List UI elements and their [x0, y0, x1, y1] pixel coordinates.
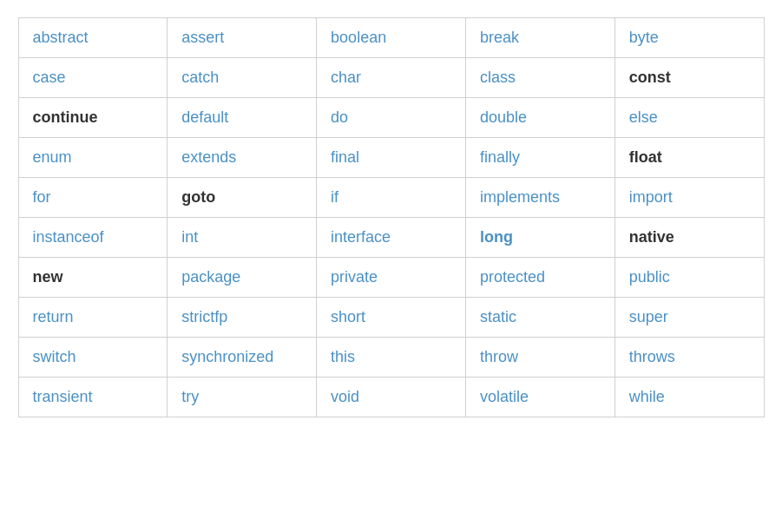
table-cell: throw: [465, 338, 614, 378]
table-cell: try: [168, 378, 317, 417]
table-cell: final: [317, 138, 466, 178]
table-cell: interface: [317, 218, 466, 258]
table-cell: goto: [168, 178, 317, 218]
table-cell: default: [168, 98, 317, 138]
table-cell: void: [317, 378, 466, 417]
table-cell: case: [18, 58, 168, 98]
table-cell: char: [317, 58, 466, 98]
table-cell: catch: [168, 58, 317, 98]
table-cell: return: [18, 298, 168, 338]
table-cell: float: [614, 138, 764, 178]
table-cell: continue: [18, 98, 168, 138]
java-keywords-table: abstractassertbooleanbreakbytecasecatchc…: [18, 17, 765, 417]
table-cell: boolean: [317, 18, 466, 58]
keywords-table-container: abstractassertbooleanbreakbytecasecatchc…: [18, 17, 765, 417]
table-row: switchsynchronizedthisthrowthrows: [18, 338, 764, 378]
table-cell: switch: [18, 338, 168, 378]
table-cell: protected: [465, 258, 614, 298]
table-cell: volatile: [465, 378, 614, 417]
table-cell: while: [614, 378, 764, 417]
table-cell: break: [465, 18, 614, 58]
table-cell: throws: [614, 338, 764, 378]
table-cell: const: [614, 58, 764, 98]
table-row: returnstrictfpshortstaticsuper: [18, 298, 764, 338]
table-cell: byte: [614, 18, 764, 58]
table-cell: int: [168, 218, 317, 258]
table-cell: static: [465, 298, 614, 338]
table-cell: this: [317, 338, 466, 378]
table-cell: short: [317, 298, 466, 338]
table-cell: public: [614, 258, 764, 298]
table-cell: if: [317, 178, 466, 218]
table-cell: package: [168, 258, 317, 298]
table-row: casecatchcharclassconst: [18, 58, 764, 98]
table-row: abstractassertbooleanbreakbyte: [18, 18, 764, 58]
table-cell: do: [317, 98, 466, 138]
table-cell: double: [465, 98, 614, 138]
table-row: instanceofintinterfacelongnative: [18, 218, 764, 258]
table-row: enumextendsfinalfinallyfloat: [18, 138, 764, 178]
table-cell: native: [614, 218, 764, 258]
table-cell: abstract: [18, 18, 168, 58]
table-row: forgotoifimplementsimport: [18, 178, 764, 218]
table-cell: extends: [168, 138, 317, 178]
table-cell: super: [614, 298, 764, 338]
table-row: continuedefaultdodoubleelse: [18, 98, 764, 138]
table-cell: instanceof: [18, 218, 168, 258]
table-cell: strictfp: [168, 298, 317, 338]
table-cell: enum: [18, 138, 168, 178]
table-cell: finally: [465, 138, 614, 178]
table-cell: for: [18, 178, 168, 218]
table-cell: transient: [18, 378, 168, 417]
table-row: transienttryvoidvolatilewhile: [18, 378, 764, 417]
table-cell: else: [614, 98, 764, 138]
table-cell: long: [465, 218, 614, 258]
table-cell: class: [465, 58, 614, 98]
table-cell: new: [18, 258, 168, 298]
table-cell: private: [317, 258, 466, 298]
table-cell: import: [614, 178, 764, 218]
table-cell: synchronized: [168, 338, 317, 378]
table-cell: implements: [465, 178, 614, 218]
table-cell: assert: [168, 18, 317, 58]
table-row: newpackageprivateprotectedpublic: [18, 258, 764, 298]
